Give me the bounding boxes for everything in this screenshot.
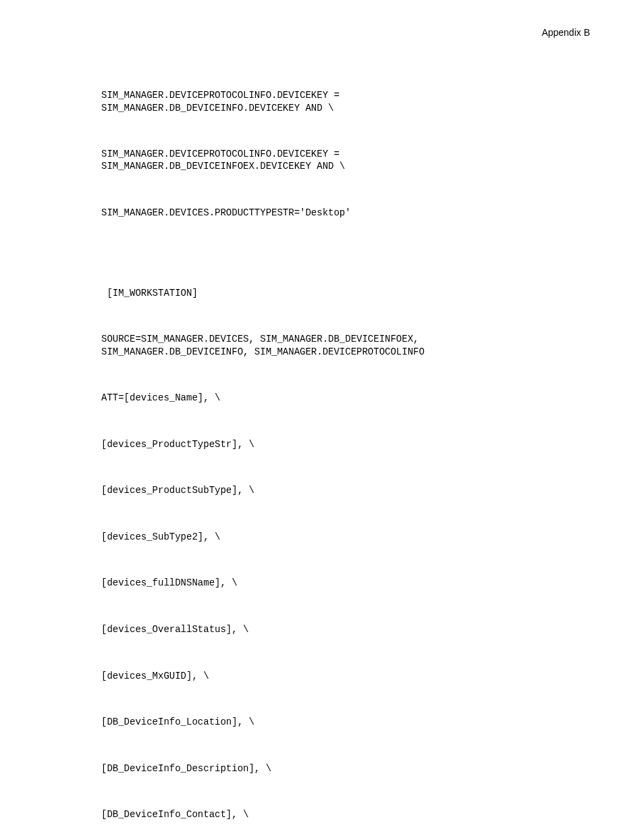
- code-line: [DB_DeviceInfo_Description], \: [101, 762, 603, 775]
- code-line: [DB_DeviceInfo_Contact], \: [101, 808, 603, 820]
- appendix-header: Appendix B: [101, 27, 603, 38]
- code-line: SOURCE=SIM_MANAGER.DEVICES, SIM_MANAGER.…: [101, 333, 603, 357]
- document-page: Appendix B SIM_MANAGER.DEVICEPROTOCOLINF…: [0, 0, 644, 834]
- code-line: [devices_fullDNSName], \: [101, 577, 603, 589]
- code-line: SIM_MANAGER.DEVICEPROTOCOLINFO.DEVICEKEY…: [101, 89, 603, 113]
- code-line: [DB_DeviceInfo_Location], \: [101, 716, 603, 728]
- code-line: [IM_WORKSTATION]: [101, 287, 603, 299]
- code-line: [devices_SubType2], \: [101, 531, 603, 543]
- code-line: SIM_MANAGER.DEVICES.PRODUCTTYPESTR='Desk…: [101, 207, 603, 219]
- code-content: SIM_MANAGER.DEVICEPROTOCOLINFO.DEVICEKEY…: [101, 65, 603, 834]
- code-line: [devices_OverallStatus], \: [101, 623, 603, 635]
- code-line: SIM_MANAGER.DEVICEPROTOCOLINFO.DEVICEKEY…: [101, 148, 603, 172]
- code-line: [devices_ProductTypeStr], \: [101, 438, 603, 450]
- code-line: ATT=[devices_Name], \: [101, 392, 603, 404]
- code-line: [devices_MxGUID], \: [101, 670, 603, 682]
- code-line: [devices_ProductSubType], \: [101, 484, 603, 496]
